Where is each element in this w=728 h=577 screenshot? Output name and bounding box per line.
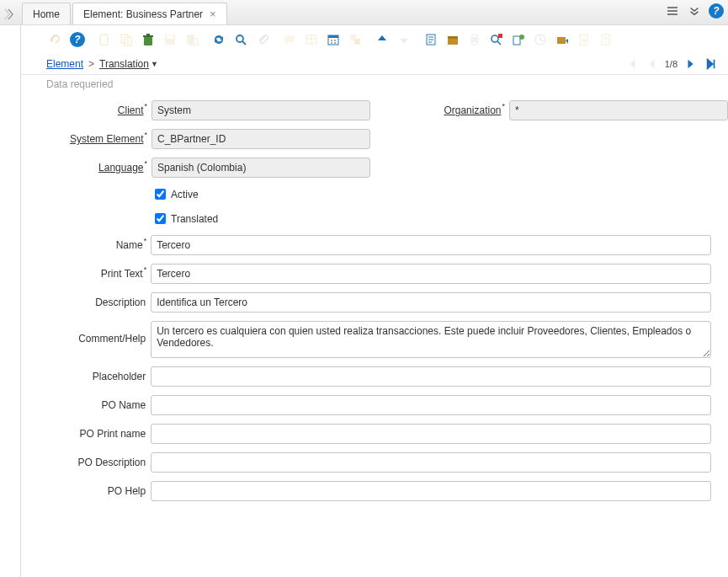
svg-rect-21 [472, 41, 477, 45]
help-icon[interactable]: ? [68, 30, 87, 49]
delete-icon[interactable] [139, 30, 157, 49]
svg-rect-15 [354, 39, 360, 45]
expand-sidebar-icon[interactable] [3, 4, 19, 24]
undo-icon [46, 30, 65, 49]
label-active: Active [171, 189, 199, 200]
save-create-new-icon [183, 30, 201, 49]
request-icon [531, 30, 550, 49]
svg-rect-13 [328, 35, 338, 38]
grid-toggle-icon [302, 30, 321, 49]
parent-up-icon[interactable] [373, 30, 391, 49]
svg-point-22 [492, 35, 498, 42]
svg-rect-27 [557, 37, 566, 44]
attachment-icon [253, 30, 272, 49]
label-po-name: PO Name [38, 399, 151, 411]
nav-last-icon[interactable] [704, 57, 718, 71]
nav-first-icon [624, 57, 638, 71]
refresh-icon[interactable] [210, 30, 228, 49]
tab-bar: Home Element: Business Partner × ? [0, 0, 728, 25]
svg-rect-18 [448, 36, 458, 39]
svg-rect-0 [100, 35, 108, 45]
svg-rect-5 [146, 34, 150, 35]
archive-icon[interactable] [444, 30, 462, 49]
toolbar: ? [21, 25, 728, 54]
left-edge-panel [0, 0, 21, 577]
copy-icon [117, 30, 136, 49]
nav-prev-icon [645, 57, 658, 71]
close-icon[interactable]: × [210, 8, 216, 19]
global-help-icon[interactable]: ? [708, 3, 725, 19]
status-bar: Data requeried [21, 75, 728, 92]
find-icon[interactable] [231, 30, 250, 49]
label-description: Description [38, 297, 151, 308]
po-name-field[interactable] [151, 395, 711, 415]
record-position: 1/8 [665, 59, 678, 69]
label-po-help: PO Help [38, 485, 151, 497]
print-text-field[interactable] [151, 264, 711, 284]
breadcrumb-root-link[interactable]: Element [46, 58, 83, 70]
save-icon [161, 30, 179, 49]
label-print-text: Print Text [38, 268, 151, 280]
breadcrumb: Element > Translation ▼ 1/8 [21, 54, 728, 75]
report-icon[interactable] [422, 30, 440, 49]
label-name: Name [38, 239, 151, 251]
breadcrumb-current[interactable]: Translation [99, 58, 149, 70]
zoom-across-icon[interactable] [487, 30, 506, 49]
client-field[interactable] [151, 100, 370, 120]
print-icon [465, 30, 484, 49]
svg-rect-7 [167, 35, 173, 39]
svg-rect-23 [498, 34, 502, 38]
po-description-field[interactable] [151, 452, 711, 473]
organization-field[interactable] [509, 100, 728, 120]
menu-icon[interactable] [664, 3, 681, 19]
tab-home[interactable]: Home [22, 3, 71, 24]
svg-rect-4 [143, 35, 153, 37]
label-organization: Organization [412, 104, 509, 116]
po-print-name-field[interactable] [151, 424, 711, 444]
po-help-field[interactable] [151, 481, 711, 501]
comment-help-field[interactable] [151, 321, 711, 358]
name-field[interactable] [151, 235, 711, 255]
system-element-field[interactable] [151, 129, 370, 149]
svg-rect-24 [513, 36, 520, 45]
description-field[interactable] [151, 292, 711, 313]
active-workflow-icon[interactable] [509, 30, 528, 49]
tab-label: Home [33, 8, 60, 20]
chevron-down-icon[interactable]: ▼ [151, 60, 158, 68]
export-icon [575, 30, 593, 49]
content-area: ? Element > Translation ▼ [21, 25, 728, 577]
label-placeholder: Placeholder [38, 371, 151, 382]
svg-point-25 [519, 35, 524, 40]
label-po-print-name: PO Print name [38, 428, 151, 440]
record-navigator: 1/8 [624, 57, 718, 71]
label-po-description: PO Description [38, 457, 151, 468]
calendar-icon[interactable] [324, 30, 343, 49]
svg-point-10 [236, 35, 243, 42]
placeholder-field[interactable] [151, 366, 711, 387]
label-system-element: System Element [38, 133, 151, 145]
parent-down-icon [395, 30, 413, 49]
tab-element-business-partner[interactable]: Element: Business Partner × [72, 3, 227, 24]
label-comment-help: Comment/Help [38, 321, 151, 345]
label-client: Client [38, 104, 151, 116]
new-icon [95, 30, 114, 49]
active-checkbox[interactable] [155, 189, 166, 200]
svg-rect-20 [472, 35, 477, 38]
svg-rect-3 [144, 37, 152, 45]
nav-next-icon[interactable] [684, 57, 698, 71]
process-icon[interactable] [553, 30, 571, 49]
form: Client Organization System Element Langu… [21, 92, 728, 526]
multi-icon [346, 30, 364, 49]
chat-icon [280, 30, 299, 49]
label-translated: Translated [171, 213, 218, 225]
breadcrumb-separator: > [88, 58, 94, 70]
translated-checkbox[interactable] [155, 213, 166, 224]
label-language: Language [38, 162, 151, 174]
tab-label: Element: Business Partner [83, 8, 203, 20]
file-import-icon [597, 30, 615, 49]
chevron-double-down-icon[interactable] [686, 3, 703, 19]
language-field[interactable] [151, 158, 370, 178]
